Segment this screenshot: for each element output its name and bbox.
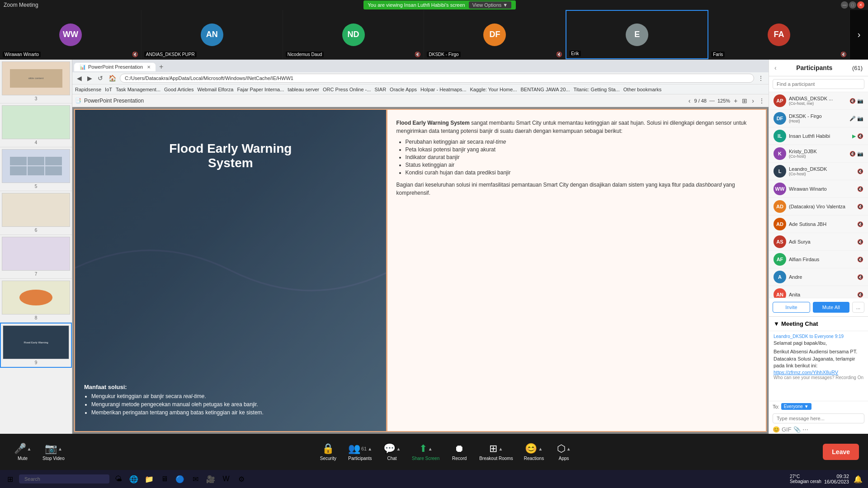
more-button[interactable]: ⋮ bbox=[756, 74, 766, 83]
slide-item-5[interactable]: 5 bbox=[0, 147, 72, 191]
address-bar[interactable] bbox=[120, 74, 754, 83]
ppt-fit-button[interactable]: ⊞ bbox=[741, 96, 748, 105]
participant-item[interactable]: AN Anita 🔇 bbox=[769, 286, 868, 298]
mute-all-button[interactable]: Mute All bbox=[813, 302, 849, 313]
bookmark-webmail[interactable]: Webmail Elforza bbox=[197, 87, 233, 92]
participant-item[interactable]: IL Insan Luthfi Habibi ▶ 🔇 bbox=[769, 127, 868, 145]
search-participant-input[interactable] bbox=[773, 79, 864, 89]
chat-gif-button[interactable]: GIF bbox=[782, 426, 792, 433]
bookmark-oracle[interactable]: Oracle Apps bbox=[390, 87, 417, 92]
bookmark-other[interactable]: Other bookmarks bbox=[623, 87, 661, 92]
taskbar-zoom[interactable]: 🎥 bbox=[204, 473, 217, 485]
slide-item-7[interactable]: 7 bbox=[0, 235, 72, 279]
slide-item-4[interactable]: 4 bbox=[0, 103, 72, 147]
video-thumb-1[interactable]: WW Wirawan Winarto 🔇 bbox=[0, 10, 142, 59]
video-thumb-5[interactable]: E Erik bbox=[566, 10, 708, 59]
ppt-next-button[interactable]: › bbox=[751, 96, 755, 105]
video-thumb-4[interactable]: DF DKSDK - Firgo 🔇 bbox=[424, 10, 566, 59]
video-thumb-6[interactable]: FA Faris 🔇 bbox=[708, 10, 850, 59]
mute-arrow[interactable]: ▲ bbox=[27, 446, 32, 451]
apps-tool[interactable]: ⬡ ▲ Apps bbox=[550, 441, 577, 463]
bookmark-holpar[interactable]: Holpar - Heatmaps... bbox=[420, 87, 466, 92]
bookmark-orc[interactable]: ORC Press Online -... bbox=[323, 87, 371, 92]
participant-item[interactable]: A Andre 🔇 bbox=[769, 268, 868, 286]
participant-item[interactable]: K Kristy_DJBK (Co-host) 🔇 📷 bbox=[769, 145, 868, 163]
ppt-prev-button[interactable]: ‹ bbox=[688, 96, 692, 105]
slide-item-3[interactable]: slide content 3 bbox=[0, 60, 72, 103]
maximize-button[interactable]: □ bbox=[849, 1, 856, 9]
taskbar-word[interactable]: W bbox=[220, 473, 232, 485]
taskbar-edge[interactable]: 🌐 bbox=[127, 473, 140, 485]
ppt-menu-button[interactable]: ⋮ bbox=[758, 96, 766, 105]
notification-button[interactable]: 🔔 bbox=[852, 473, 864, 485]
participants-tool[interactable]: 👥 61 ▲ Participants bbox=[344, 441, 377, 463]
bookmark-task[interactable]: Task Management... bbox=[116, 87, 160, 92]
taskbar-chrome[interactable]: 🔵 bbox=[174, 473, 186, 485]
close-button[interactable]: ✕ bbox=[857, 1, 864, 9]
taskbar-widgets[interactable]: 🌤 bbox=[112, 473, 125, 485]
leave-button[interactable]: Leave bbox=[823, 444, 859, 460]
chat-to-select[interactable]: Everyone ▼ bbox=[781, 403, 811, 410]
video-arrow[interactable]: ▲ bbox=[58, 446, 62, 451]
slide-item-8[interactable]: 8 bbox=[0, 279, 72, 323]
video-thumb-2[interactable]: AN ANDIAS_DKSDK PUPR bbox=[142, 10, 283, 59]
chat-tool[interactable]: 💬 ▲ Chat bbox=[378, 441, 406, 463]
participant-item[interactable]: DF DKSDK - Firgo (Host) 🎤 📷 bbox=[769, 110, 868, 127]
chat-more-button[interactable]: ⋯ bbox=[802, 426, 808, 433]
video-thumb-3[interactable]: ND Nicodemus Daud 🔇 bbox=[283, 10, 425, 59]
participant-item[interactable]: AS Adi Surya 🔇 bbox=[769, 233, 868, 251]
chat-emoji-button[interactable]: 😊 bbox=[773, 426, 780, 433]
record-tool[interactable]: ⏺ Record bbox=[446, 441, 473, 463]
reactions-arrow[interactable]: ▲ bbox=[538, 446, 542, 451]
minimize-button[interactable]: — bbox=[841, 1, 848, 9]
bookmark-articles[interactable]: Good Articles bbox=[164, 87, 193, 92]
apps-arrow[interactable]: ▲ bbox=[566, 446, 571, 451]
participant-item[interactable]: WW Wirawan Winarto 🔇 bbox=[769, 180, 868, 198]
participant-item[interactable]: L Leandro_DKSDK (Co-host) 🔇 bbox=[769, 163, 868, 180]
breakout-arrow[interactable]: ▲ bbox=[498, 446, 503, 451]
chat-arrow[interactable]: ▲ bbox=[396, 446, 401, 451]
tab-close-button[interactable]: ✕ bbox=[147, 65, 151, 70]
bookmark-siar[interactable]: SIAR bbox=[374, 87, 386, 92]
chat-input[interactable] bbox=[773, 413, 864, 423]
participants-arrow[interactable]: ▲ bbox=[368, 446, 372, 451]
home-button[interactable]: 🏠 bbox=[107, 74, 118, 83]
participant-item[interactable]: AP ANDIAS_DKSDK ... (Co-host, me) 🔇 📷 bbox=[769, 92, 868, 110]
taskbar-terminal[interactable]: 🖥 bbox=[158, 473, 171, 485]
reactions-tool[interactable]: 😊 ▲ Reactions bbox=[519, 441, 548, 463]
participant-item[interactable]: AD (Datacakra) Viro Valentza 🔇 bbox=[769, 198, 868, 216]
browser-tab-active[interactable]: 📊 PowerPoint Presentation ✕ bbox=[74, 63, 156, 71]
bookmark-iot[interactable]: IoT bbox=[105, 87, 112, 92]
view-options-button[interactable]: View Options ▼ bbox=[469, 1, 512, 9]
back-button[interactable]: ◀ bbox=[75, 74, 84, 83]
share-screen-tool[interactable]: ⬆ ▲ Share Screen bbox=[407, 441, 444, 463]
bookmark-bentang[interactable]: BENTANG JAWA 20... bbox=[520, 87, 570, 92]
chat-attach-button[interactable]: 📎 bbox=[793, 426, 801, 433]
bookmark-titanic[interactable]: Titanic: Getting Sta... bbox=[573, 87, 619, 92]
bookmark-fajar[interactable]: Fajar Paper Interna... bbox=[237, 87, 284, 92]
video-strip-next[interactable]: › bbox=[850, 10, 868, 59]
start-button[interactable]: ⊞ bbox=[4, 473, 16, 485]
breakout-rooms-tool[interactable]: ⊞ ▲ Breakout Rooms bbox=[475, 441, 517, 463]
collapse-button[interactable]: ‹ bbox=[774, 64, 777, 71]
stop-video-tool[interactable]: 📷 ▲ Stop Video bbox=[38, 441, 69, 463]
slide-item-6[interactable]: 6 bbox=[0, 191, 72, 235]
taskbar-search[interactable] bbox=[19, 474, 109, 483]
security-tool[interactable]: 🔒 Security bbox=[315, 441, 342, 463]
participant-item[interactable]: AF Alfian Firdaus 🔇 bbox=[769, 251, 868, 268]
taskbar-mail[interactable]: ✉ bbox=[189, 473, 202, 485]
slide-item-9[interactable]: Flood Early Warning 9 bbox=[0, 323, 72, 368]
invite-button[interactable]: Invite bbox=[773, 302, 810, 313]
forward-button[interactable]: ▶ bbox=[85, 74, 94, 83]
taskbar-explorer[interactable]: 📁 bbox=[143, 473, 156, 485]
bookmark-kaggle[interactable]: Kaggle: Your Home... bbox=[470, 87, 517, 92]
refresh-button[interactable]: ↺ bbox=[96, 74, 105, 83]
share-arrow[interactable]: ▲ bbox=[428, 446, 433, 451]
taskbar-settings[interactable]: ⚙ bbox=[235, 473, 248, 485]
new-tab-button[interactable]: + bbox=[156, 61, 167, 72]
mute-tool[interactable]: 🎤 ▲ Mute bbox=[9, 441, 36, 463]
chat-msg-link[interactable]: https://zfrmz.com/YihhX8uRV bbox=[774, 370, 863, 375]
bookmark-tableau[interactable]: tableau server bbox=[288, 87, 319, 92]
participant-item[interactable]: AD Ade Sutisna JBH 🔇 bbox=[769, 216, 868, 233]
bookmark-rapidsense[interactable]: Rapidsense bbox=[75, 87, 101, 92]
